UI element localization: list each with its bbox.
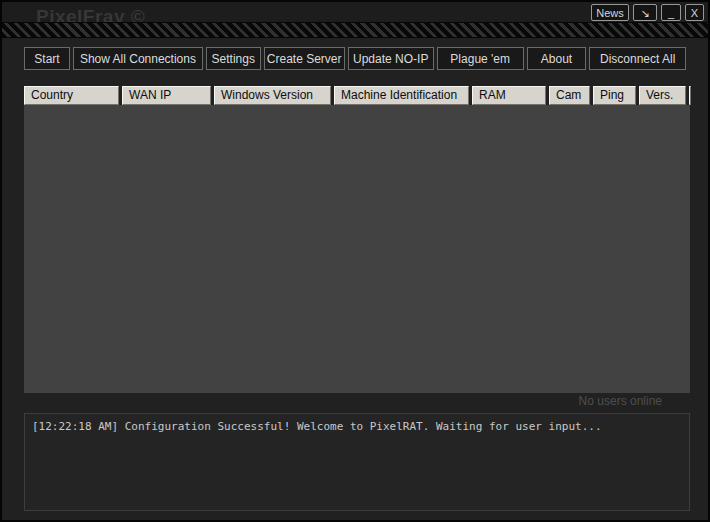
toolbar-button-start[interactable]: Start [24, 47, 70, 70]
titlebar-buttons: News↘_X [591, 4, 704, 21]
minimize-button[interactable]: _ [661, 4, 681, 21]
toolbar-button-update-no-ip[interactable]: Update NO-IP [348, 47, 434, 70]
toolbar-button-create-server[interactable]: Create Server [264, 47, 345, 70]
column-header-cam[interactable]: Cam [549, 86, 590, 105]
column-header-wan-ip[interactable]: WAN IP [122, 86, 211, 105]
titlebar[interactable]: PixelFray © News↘_X [2, 2, 708, 23]
table-body[interactable] [24, 105, 690, 393]
table-header-row: CountryWAN IPWindows VersionMachine Iden… [24, 86, 690, 105]
toolbar: StartShow All ConnectionsSettingsCreate … [24, 47, 686, 70]
toolbar-button-settings[interactable]: Settings [206, 47, 261, 70]
hatch-stripe-decoration [2, 22, 708, 38]
toolbar-button-plague-em[interactable]: Plague 'em [437, 47, 524, 70]
close-button[interactable]: X [685, 4, 704, 21]
column-header-machine-identification[interactable]: Machine Identification [334, 86, 469, 105]
column-header-country[interactable]: Country [24, 86, 119, 105]
column-header-ping[interactable]: Ping [593, 86, 636, 105]
column-header-windows-version[interactable]: Windows Version [214, 86, 331, 105]
status-text: No users online [24, 394, 690, 408]
column-header-filler [689, 86, 691, 105]
column-header-ram[interactable]: RAM [472, 86, 546, 105]
log-line: [12:22:18 AM] Configuration Successful! … [32, 420, 682, 434]
toolbar-button-disconnect-all[interactable]: Disconnect All [589, 47, 686, 70]
log-output[interactable]: [12:22:18 AM] Configuration Successful! … [24, 413, 690, 511]
news-button[interactable]: News [591, 4, 629, 21]
toolbar-button-show-all-connections[interactable]: Show All Connections [73, 47, 203, 70]
toolbar-button-about[interactable]: About [527, 47, 587, 70]
app-window: PixelFray © News↘_X StartShow All Connec… [0, 0, 710, 522]
popout-button[interactable]: ↘ [633, 4, 657, 21]
column-header-vers[interactable]: Vers. [639, 86, 686, 105]
